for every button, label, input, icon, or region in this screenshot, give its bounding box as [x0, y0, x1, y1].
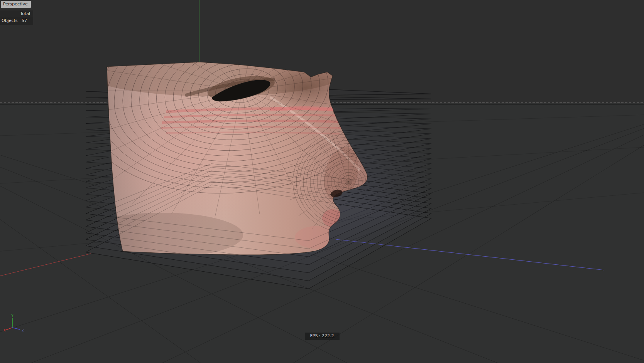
stats-objects-value: 57 — [21, 18, 27, 23]
stats-objects-label: Objects — [0, 18, 21, 23]
gizmo-x-label: X — [3, 328, 6, 332]
stats-row-objects: Objects 57 — [0, 17, 33, 25]
axis-gizmo[interactable]: Y X Z — [2, 312, 32, 333]
scene-canvas[interactable] — [0, 0, 644, 363]
gizmo-z-label: Z — [22, 328, 24, 332]
gizmo-x-axis — [6, 328, 12, 330]
gizmo-z-axis — [12, 328, 20, 329]
fps-counter: FPS : 222.2 — [304, 333, 339, 340]
stats-total-header: Total — [20, 11, 30, 16]
viewport-3d[interactable]: Perspective Total Objects 57 FPS : 222.2… — [0, 0, 644, 363]
view-mode-label[interactable]: Perspective — [1, 1, 31, 8]
stats-hud: Total Objects 57 — [0, 10, 33, 25]
gizmo-y-label: Y — [11, 314, 14, 318]
